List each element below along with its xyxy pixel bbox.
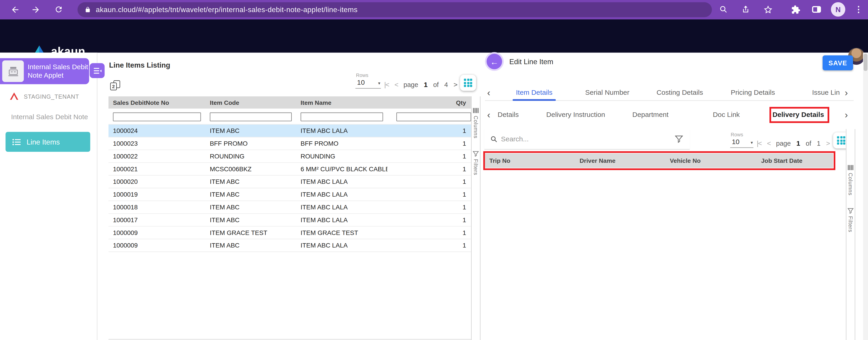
subtabs-scroll-right-icon[interactable]: › [845,110,848,121]
detail-panel-title: Edit Line Item [509,58,553,66]
search-bar [485,129,690,149]
columns-strip-label[interactable]: Columns [847,173,854,195]
grid-view-button[interactable] [460,75,476,91]
filter-icon[interactable] [675,135,683,143]
table-row[interactable]: 1000018 ITEM ABC ITEM ABC LALA 1 [108,201,471,214]
rows-per-page-select[interactable]: 10 ▾ [730,138,753,148]
cell-item-name: ITEM ABC LALA [296,217,388,223]
tab-item-details[interactable]: Item Details [516,89,552,96]
scrollbar-thumb[interactable] [864,54,868,71]
table-row[interactable]: 1000022 ROUNDING ROUNDING 1 [108,150,471,163]
cell-item-name: ITEM ABC LALA [296,178,388,185]
browser-extensions-button[interactable] [788,2,803,17]
table-row[interactable]: 1000019 ITEM ABC ITEM ABC LALA 1 [108,188,471,201]
tabs-scroll-right-icon[interactable]: › [845,87,848,98]
active-tab-indicator [513,99,556,101]
total-pages-number: 1 [817,140,820,147]
browser-refresh-button[interactable] [51,2,66,17]
column-header-item-name[interactable]: Item Name [296,99,388,106]
cell-sales-debitnote-no: 1000017 [108,217,205,223]
rows-per-page-select[interactable]: 10 ▾ [355,79,381,89]
table-row[interactable]: 1000020 ITEM ABC ITEM ABC LALA 1 [108,176,471,188]
column-header-sales-debitnote-no[interactable]: Sales DebitNote No [108,99,205,106]
address-bar[interactable]: akaun.cloud/#/applets/tnt/wavelet/erp/in… [78,2,712,17]
tab-costing-details[interactable]: Costing Details [656,89,703,96]
subtab-delivery-instruction[interactable]: Delivery Instruction [546,111,605,118]
cell-qty: 1 [388,153,471,160]
tab-serial-number[interactable]: Serial Number [585,89,629,96]
column-header-item-code[interactable]: Item Code [205,99,296,106]
filter-input-sales-debitnote-no[interactable] [113,113,201,121]
cell-item-code: BFF PROMO [205,140,296,147]
columns-strip-label[interactable]: Columns [473,116,479,138]
cell-sales-debitnote-no: 1000021 [108,166,205,172]
browser-forward-button[interactable] [28,2,43,17]
tenant-name-label: STAGING_TENANT [24,93,79,99]
current-page-number: 1 [424,81,428,89]
filter-input-item-code[interactable] [210,113,291,121]
save-button-label: SAVE [829,59,847,67]
subtab-details[interactable]: Details [498,111,519,118]
filter-input-item-name[interactable] [301,113,383,121]
filters-icon[interactable] [473,151,479,157]
tenant-selector[interactable]: STAGING_TENANT [9,92,79,100]
browser-profile-avatar[interactable]: N [831,2,845,17]
subtab-doc-link[interactable]: Doc Link [713,111,740,118]
duplicate-icon[interactable]: 2 [110,80,122,91]
sidebar-collapse-button[interactable] [90,63,105,78]
next-page-icon[interactable]: > [826,140,830,147]
sidebar-item-line-items[interactable]: Line Items [5,132,90,152]
table-row[interactable]: 1000009 ITEM GRACE TEST ITEM GRACE TEST … [108,227,471,239]
browser-search-button[interactable] [716,2,731,17]
table-row[interactable]: 1000021 MCSC006BKZ 6 MM² CU/PVC BLACK CA… [108,163,471,176]
filters-icon[interactable] [847,208,854,214]
tab-issue-link[interactable]: Issue Lin [812,89,840,96]
profile-initial: N [836,5,841,13]
cell-qty: 1 [388,217,471,223]
browser-side-panel-button[interactable] [809,2,824,17]
sidebar-item-applet[interactable]: Internal Sales Debit Note Applet [0,58,89,84]
browser-share-button[interactable] [738,2,753,17]
of-label: of [433,81,439,89]
cell-sales-debitnote-no: 1000022 [108,153,205,160]
back-button[interactable]: ← [487,54,502,69]
first-page-icon[interactable]: |< [757,140,762,147]
scrollbar[interactable] [863,53,868,340]
filter-input-qty[interactable] [396,113,471,121]
cell-item-name: ITEM ABC LALA [296,191,388,198]
menu-open-icon [93,67,101,75]
subtab-department[interactable]: Department [632,111,668,118]
table-row[interactable]: 1000009 ITEM ABC ITEM ABC LALA 1 [108,239,471,252]
cell-item-name: ITEM ABC LALA [296,128,388,134]
table-row[interactable]: 1000017 ITEM ABC ITEM ABC LALA 1 [108,214,471,227]
annotation-box-delivery-details [769,107,829,123]
first-page-icon[interactable]: |< [384,81,389,89]
tab-pricing-details[interactable]: Pricing Details [731,89,775,96]
next-page-icon[interactable]: > [454,81,457,89]
tabs-scroll-left-icon[interactable]: ‹ [487,87,490,98]
line-items-label: Line Items [27,138,60,146]
browser-bookmark-button[interactable] [760,2,776,17]
table-row[interactable]: 1000023 BFF PROMO BFF PROMO 1 [108,138,471,150]
detail-side-strip: Columns Filters [846,129,855,340]
filters-strip-label[interactable]: Filters [473,159,479,175]
search-input[interactable] [501,135,675,143]
page-title: Line Items Listing [109,61,170,69]
previous-page-icon[interactable]: < [395,81,398,89]
table-row[interactable]: 1000024 ITEM ABC ITEM ABC LALA 1 [108,125,471,138]
previous-page-icon[interactable]: < [767,140,770,147]
filters-strip-label[interactable]: Filters [847,216,854,232]
columns-icon[interactable] [473,108,479,114]
back-arrow-icon [10,5,20,14]
save-button[interactable]: SAVE [823,56,853,70]
browser-back-button[interactable] [7,2,23,17]
columns-icon[interactable] [847,165,854,171]
subtabs-scroll-left-icon[interactable]: ‹ [487,110,490,121]
listing-bottom-border [108,339,471,340]
cell-qty: 1 [388,191,471,198]
cell-item-code: ITEM ABC [205,128,296,134]
column-header-qty[interactable]: Qty [388,99,471,106]
cell-sales-debitnote-no: 1000020 [108,178,205,185]
browser-menu-button[interactable]: ⋮ [851,2,866,17]
cell-sales-debitnote-no: 1000009 [108,242,205,249]
